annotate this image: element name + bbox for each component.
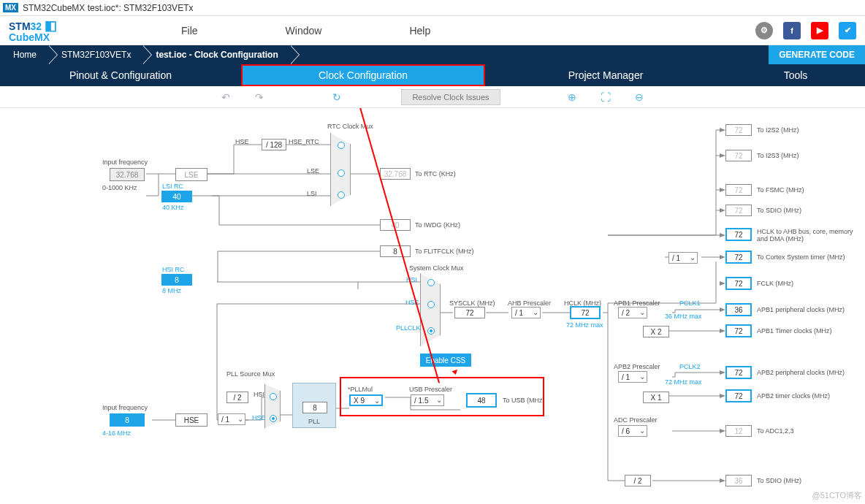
out-cortex: 72 [725, 251, 752, 264]
label-to-usb: To USB (MHz) [503, 397, 545, 404]
pllmul-select[interactable]: X 9 [349, 394, 383, 406]
label-apb1-presc: APB1 Prescaler [614, 299, 660, 307]
label-sdio: To SDIO (MHz) [757, 207, 801, 214]
title-chip: STM32F103VETx [123, 3, 193, 13]
st-badge-icon: ⚙ [755, 22, 773, 39]
label-lse-input: Input frequency [102, 159, 148, 166]
sdio-div2: / 2 [625, 475, 651, 486]
label-fsmc: To FSMC (MHz) [757, 186, 804, 194]
menu-window[interactable]: Window [286, 25, 322, 37]
app-icon: MX [3, 3, 18, 12]
crumb-file[interactable]: test.ioc - Clock Configuration [142, 45, 289, 64]
svg-marker-4 [720, 233, 725, 237]
clock-toolbar: ↶ ↷ ↻ Resolve Clock Issues ⊕ ⛶ ⊖ [0, 86, 865, 108]
sysclk-value: 72 [454, 307, 485, 318]
sys-mux-hse[interactable] [427, 301, 435, 308]
undo-icon[interactable]: ↶ [220, 91, 232, 103]
adc-div-select[interactable]: / 6 [618, 425, 647, 437]
label-lsi-rc: LSI RC [162, 183, 183, 190]
hclk-value[interactable]: 72 [570, 306, 601, 319]
app-logo: STM32 ◧ CubeMX [9, 19, 57, 42]
sys-mux-hsi[interactable] [427, 279, 435, 286]
label-pll-src: PLL Source Mux [226, 370, 275, 378]
out-apb2-p: 72 [725, 366, 752, 379]
out-sdio2: 36 [725, 475, 752, 486]
ahb-div-select[interactable]: / 1 [511, 307, 541, 318]
label-hsi-sub: 8 MHz [162, 287, 181, 294]
rtc-mux-lse[interactable] [338, 169, 345, 177]
label-fclk: FCLK (MHz) [757, 280, 793, 287]
label-lsi-mux: LSI [307, 190, 317, 197]
rtc-mux-lsi[interactable] [338, 191, 345, 199]
twitter-icon[interactable]: ✔ [839, 22, 856, 39]
svg-marker-12 [720, 478, 725, 483]
svg-marker-7 [720, 308, 725, 312]
svg-marker-6 [720, 281, 725, 286]
out-apb1-p: 36 [725, 303, 752, 316]
svg-marker-10 [720, 394, 725, 398]
hse-freq-box[interactable]: 8 [110, 413, 145, 427]
label-sys-mux: System Clock Mux [409, 264, 464, 272]
label-to-flit: To FLITFCLK (MHz) [415, 248, 474, 255]
label-to-rtc: To RTC (KHz) [415, 170, 456, 177]
refresh-icon[interactable]: ↻ [331, 91, 343, 103]
label-lse-mux: LSE [307, 167, 319, 175]
hse-block: HSE [175, 413, 207, 427]
label-sys-hse: HSE [405, 299, 419, 306]
label-hsi-rc: HSI RC [162, 266, 185, 273]
hsi-value: 8 [161, 274, 192, 286]
tab-pinout[interactable]: Pinout & Configuration [0, 64, 241, 86]
resolve-clock-button[interactable]: Resolve Clock Issues [401, 89, 500, 105]
watermark: @51CTO博客 [812, 490, 862, 501]
breadcrumb-bar: Home STM32F103VETx test.ioc - Clock Conf… [0, 45, 865, 64]
facebook-icon[interactable]: f [783, 22, 801, 39]
tab-project[interactable]: Project Manager [485, 64, 726, 86]
label-ahb-presc: AHB Prescaler [508, 299, 551, 307]
out-apb1-t: 72 [725, 324, 752, 337]
apb2-div-select[interactable]: / 1 [618, 371, 647, 383]
iwdg-value: 40 [380, 219, 411, 231]
apb1-div-select[interactable]: / 2 [618, 307, 647, 318]
out-i2s3: 72 [725, 150, 752, 161]
lse-block: LSE [175, 168, 207, 181]
crumb-home[interactable]: Home [0, 45, 48, 64]
sys-mux-pllclk[interactable] [427, 327, 435, 335]
label-apb2-p: APB2 peripheral clocks (MHz) [757, 369, 845, 376]
rtc-mux-hse[interactable] [338, 142, 345, 149]
out-i2s2: 72 [725, 124, 752, 136]
menu-help[interactable]: Help [409, 25, 430, 37]
clock-diagram[interactable]: Input frequency 32.768 0-1000 KHz LSE LS… [0, 108, 865, 503]
label-hse-input: Input frequency [102, 404, 148, 411]
svg-marker-0 [720, 128, 725, 132]
crumb-chip[interactable]: STM32F103VETx [48, 45, 142, 64]
generate-code-button[interactable]: GENERATE CODE [769, 45, 865, 64]
lse-freq-box[interactable]: 32.768 [110, 168, 145, 181]
pll-mux-hsi[interactable] [270, 393, 277, 400]
flit-value: 8 [380, 245, 411, 257]
hse-div-select[interactable]: / 1 [218, 413, 245, 425]
window-title-bar: MX STM32CubeMX test.ioc*: STM32F103VETx [0, 0, 865, 16]
label-pclk2-max: 72 MHz max [665, 378, 702, 386]
pll-div2: / 2 [226, 392, 248, 403]
label-pclk1: PCLK1 [679, 299, 701, 307]
pll-mux-hse[interactable] [270, 415, 277, 422]
usb-div-select[interactable]: / 1.5 [411, 394, 444, 406]
cortex-div-select[interactable]: / 1 [668, 252, 698, 264]
redo-icon[interactable]: ↷ [254, 91, 265, 103]
lsi-value: 40 [161, 191, 192, 202]
out-sdio: 72 [725, 205, 752, 216]
enable-css-button[interactable]: Enable CSS [420, 354, 471, 367]
svg-marker-3 [720, 208, 725, 213]
fit-icon[interactable]: ⛶ [600, 91, 611, 103]
tab-tools[interactable]: Tools [726, 64, 865, 86]
label-pll-sub: PLL [308, 418, 320, 425]
label-i2s2: To I2S2 (MHz) [757, 126, 799, 134]
zoom-in-icon[interactable]: ⊕ [566, 91, 578, 103]
zoom-out-icon[interactable]: ⊖ [633, 91, 645, 103]
menu-file[interactable]: File [181, 25, 198, 37]
label-pll-hsi: HSI [254, 391, 264, 398]
tab-clock[interactable]: Clock Configuration [241, 64, 485, 86]
youtube-icon[interactable]: ▶ [811, 22, 828, 39]
label-apb1-t: APB1 Timer clocks (MHz) [757, 327, 832, 335]
out-fsmc: 72 [725, 184, 752, 196]
